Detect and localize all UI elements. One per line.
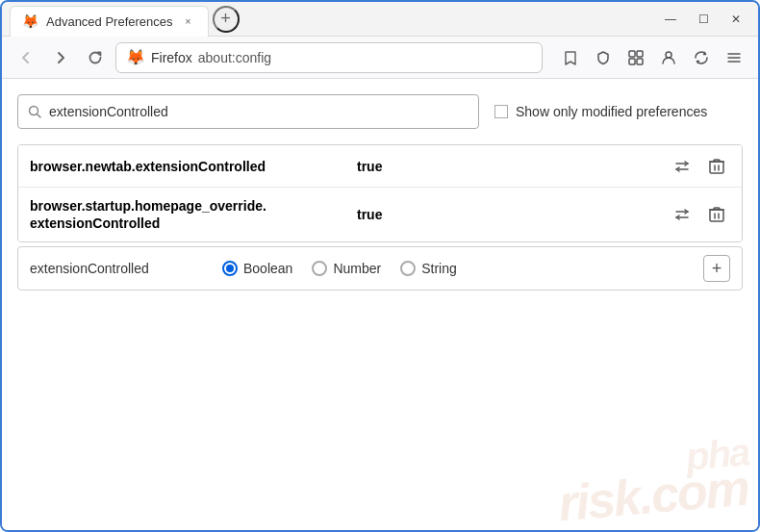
browser-tab[interactable]: 🦊 Advanced Preferences ×	[10, 6, 209, 37]
tab-title: Advanced Preferences	[46, 14, 173, 29]
radio-string[interactable]: String	[400, 261, 457, 276]
svg-rect-2	[629, 59, 635, 64]
svg-rect-0	[629, 51, 635, 57]
tab-favicon: 🦊	[22, 13, 38, 29]
tab-close-button[interactable]: ×	[181, 13, 196, 29]
watermark-top: pha	[684, 430, 750, 479]
address-bar[interactable]: 🦊 Firefox about:config	[115, 42, 543, 73]
search-icon	[28, 105, 41, 118]
pref-value-1: true	[357, 159, 669, 174]
svg-rect-10	[710, 162, 723, 173]
pref-actions-1	[669, 153, 730, 180]
main-content: Show only modified preferences browser.n…	[2, 79, 758, 532]
minimize-button[interactable]: —	[656, 6, 685, 33]
search-row: Show only modified preferences	[17, 94, 743, 129]
menu-button[interactable]	[720, 43, 748, 72]
radio-number[interactable]: Number	[312, 261, 381, 276]
radio-number-label: Number	[333, 261, 381, 276]
search-box[interactable]	[17, 94, 479, 129]
radio-number-circle	[312, 261, 327, 276]
svg-rect-3	[637, 59, 643, 64]
swap-button-1[interactable]	[669, 153, 696, 180]
pref-name-2: browser.startup.homepage_override. exten…	[30, 188, 357, 241]
add-pref-button[interactable]: +	[703, 255, 730, 282]
title-bar: 🦊 Advanced Preferences × + — ☐ ✕	[2, 2, 758, 37]
radio-string-circle	[400, 261, 416, 276]
nav-icons	[556, 43, 748, 72]
svg-line-9	[38, 114, 41, 118]
svg-rect-1	[637, 51, 643, 57]
pref-value-2: true	[357, 207, 669, 222]
pref-name-2-line1: browser.startup.homepage_override.	[30, 197, 357, 215]
swap-button-2[interactable]	[669, 201, 696, 228]
radio-boolean[interactable]: Boolean	[222, 261, 292, 276]
browser-name-label: Firefox	[151, 50, 192, 65]
delete-button-1[interactable]	[703, 153, 730, 180]
profile-button[interactable]	[654, 43, 683, 72]
delete-button-2[interactable]	[703, 201, 730, 228]
forward-button[interactable]	[46, 43, 75, 72]
back-button[interactable]	[12, 43, 40, 72]
pref-name-1: browser.newtab.extensionControlled	[30, 159, 357, 174]
svg-point-4	[666, 52, 671, 58]
window-controls: — ☐ ✕	[656, 6, 750, 33]
checkbox-row: Show only modified preferences	[494, 104, 707, 119]
watermark-bottom: risk.com	[556, 458, 750, 532]
search-input[interactable]	[49, 104, 469, 119]
extension-button[interactable]	[621, 43, 650, 72]
pref-name-2-line2: extensionControlled	[30, 215, 357, 232]
nav-bar: 🦊 Firefox about:config	[2, 37, 758, 79]
radio-boolean-circle	[222, 261, 238, 276]
address-text: about:config	[198, 50, 271, 65]
radio-group: Boolean Number String	[222, 261, 457, 276]
sync-button[interactable]	[687, 43, 716, 72]
show-modified-label: Show only modified preferences	[516, 104, 707, 119]
firefox-logo: 🦊	[126, 48, 145, 66]
svg-rect-14	[710, 210, 723, 221]
reload-button[interactable]	[81, 43, 110, 72]
pref-actions-2	[669, 201, 730, 228]
table-row: browser.newtab.extensionControlled true	[18, 145, 742, 188]
show-modified-checkbox[interactable]	[494, 105, 508, 118]
new-tab-button[interactable]: +	[213, 6, 240, 33]
radio-string-label: String	[421, 261, 457, 276]
preferences-table: browser.newtab.extensionControlled true	[17, 144, 743, 242]
close-button[interactable]: ✕	[722, 6, 750, 33]
bookmark-button[interactable]	[556, 43, 585, 72]
new-pref-row: extensionControlled Boolean Number Strin…	[17, 246, 743, 291]
table-row: browser.startup.homepage_override. exten…	[18, 188, 742, 241]
new-pref-name: extensionControlled	[30, 261, 203, 276]
shield-button[interactable]	[589, 43, 618, 72]
restore-button[interactable]: ☐	[689, 6, 718, 33]
radio-boolean-label: Boolean	[243, 261, 292, 276]
